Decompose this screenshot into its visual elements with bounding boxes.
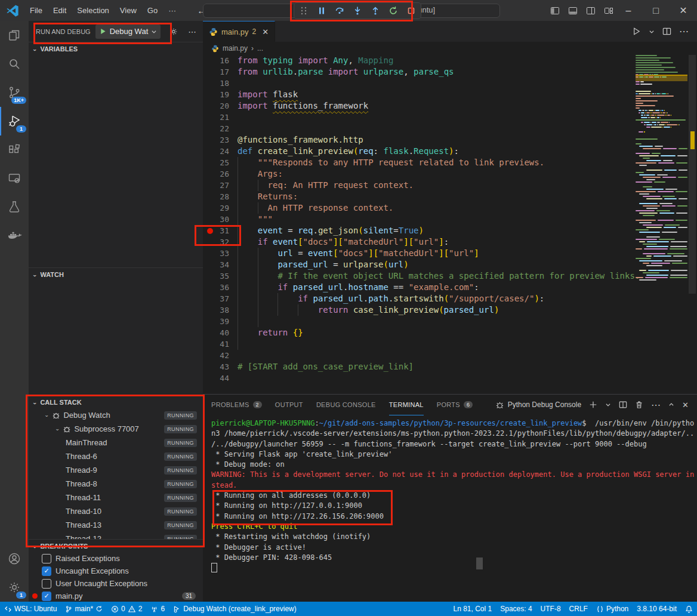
code-line[interactable]: 32 if event["docs"]["matchedUrl"]["url"]… xyxy=(203,236,636,248)
panel-more-actions-icon[interactable]: ⋯ xyxy=(651,399,661,411)
code-line[interactable]: 18 xyxy=(203,78,636,89)
code-line[interactable]: 42 xyxy=(203,350,636,361)
watch-section-header[interactable]: ⌄ WATCH xyxy=(29,267,203,281)
code-line[interactable]: 36 if parsed_url.hostname == "example.co… xyxy=(203,282,636,293)
gutter[interactable]: 19 xyxy=(203,89,238,100)
settings-gear-icon[interactable]: 1 xyxy=(0,573,29,602)
gutter[interactable]: 26 xyxy=(203,168,238,180)
menu-edit[interactable]: Edit xyxy=(48,4,72,18)
problems-item[interactable]: 0 2 xyxy=(107,602,146,616)
code-line[interactable]: 43# [START add_ons_case_preview_link] xyxy=(203,361,636,372)
customize-layout-icon[interactable] xyxy=(604,6,613,16)
gutter[interactable]: 29 xyxy=(203,202,238,214)
code-line[interactable]: 22 xyxy=(203,123,636,134)
gutter[interactable]: 40 xyxy=(203,327,238,338)
close-window-icon[interactable]: ✕ xyxy=(670,0,697,21)
callstack-row[interactable]: Thread-11RUNNING xyxy=(29,491,203,504)
panel-tab-debug-console[interactable]: DEBUG CONSOLE xyxy=(316,395,376,415)
gutter[interactable]: 36 xyxy=(203,282,238,293)
run-dropdown-chevron-icon[interactable] xyxy=(649,29,655,35)
menu-go[interactable]: Go xyxy=(142,4,163,18)
indentation[interactable]: Spaces: 4 xyxy=(496,602,536,616)
gutter[interactable]: 30 xyxy=(203,214,238,225)
gutter[interactable]: 34 xyxy=(203,259,238,270)
terminal-output[interactable]: pierrick@LAPTOP-HKU5PNNG:~/git/add-ons-s… xyxy=(211,418,692,574)
menu-file[interactable]: File xyxy=(24,4,48,18)
start-debug-icon[interactable] xyxy=(99,27,107,35)
callstack-row[interactable]: Thread-13RUNNING xyxy=(29,518,203,532)
close-panel-icon[interactable]: ✕ xyxy=(682,401,689,409)
code-line[interactable]: 17from urllib.parse import urlparse, par… xyxy=(203,66,636,78)
step-over-icon[interactable] xyxy=(335,6,344,16)
callstack-section-header[interactable]: ⌄ CALL STACK xyxy=(29,395,203,409)
breakpoint-dot[interactable] xyxy=(207,228,213,234)
gutter[interactable]: 38 xyxy=(203,304,238,316)
new-terminal-icon[interactable] xyxy=(589,401,597,409)
encoding[interactable]: UTF-8 xyxy=(536,602,565,616)
code-line[interactable]: 27 req: An HTTP request context. xyxy=(203,180,636,191)
menu-[interactable]: ··· xyxy=(163,4,181,18)
gutter[interactable]: 37 xyxy=(203,293,238,304)
code-line[interactable]: 34 parsed_url = urlparse(url) xyxy=(203,259,636,270)
panel-tab-ports[interactable]: PORTS6 xyxy=(437,395,473,415)
notifications-bell-icon[interactable] xyxy=(681,602,697,616)
gutter[interactable]: 20 xyxy=(203,100,238,112)
gutter[interactable]: 35 xyxy=(203,270,238,282)
breakpoint-checkbox[interactable]: ✓ xyxy=(42,592,51,601)
split-editor-icon[interactable] xyxy=(662,27,671,36)
debug-settings-gear-icon[interactable] xyxy=(169,27,178,36)
terminal-instance-label[interactable]: Python Debug Console xyxy=(495,401,581,409)
code-line[interactable]: 28 Returns: xyxy=(203,191,636,202)
step-into-icon[interactable] xyxy=(353,6,362,16)
code-line[interactable]: 38 return case_link_preview(parsed_url) xyxy=(203,304,636,316)
sidebar-item-explorer[interactable] xyxy=(0,21,29,50)
editor-more-actions-icon[interactable]: ⋯ xyxy=(679,26,689,37)
gutter[interactable]: 21 xyxy=(203,112,238,123)
gutter[interactable]: 17 xyxy=(203,66,238,78)
breadcrumb-file[interactable]: main.py xyxy=(223,44,248,53)
tab-close-icon[interactable]: ✕ xyxy=(262,27,269,36)
code-line[interactable]: 33 url = event["docs"]["matchedUrl"]["ur… xyxy=(203,248,636,259)
callstack-row[interactable]: ⌄Debug WatchRUNNING xyxy=(29,408,203,422)
gutter[interactable]: 25 xyxy=(203,157,238,168)
restart-icon[interactable] xyxy=(388,6,398,16)
gutter[interactable]: 22 xyxy=(203,123,238,134)
split-terminal-icon[interactable] xyxy=(619,401,627,409)
panel-tab-output[interactable]: OUTPUT xyxy=(275,395,303,415)
code-line[interactable]: 37 if parsed_url.path.startswith("/suppo… xyxy=(203,293,636,304)
panel-tab-terminal[interactable]: TERMINAL xyxy=(389,395,424,415)
code-line[interactable]: 23@functions_framework.http xyxy=(203,134,636,146)
gutter[interactable]: 18 xyxy=(203,78,238,89)
breakpoint-row[interactable]: ✓main.py31 xyxy=(29,590,203,602)
maximize-icon[interactable]: □ xyxy=(642,0,670,21)
kill-terminal-trash-icon[interactable] xyxy=(635,401,643,409)
language-mode[interactable]: Python xyxy=(592,602,633,616)
breakpoint-checkbox[interactable] xyxy=(42,579,51,589)
gutter[interactable]: 16 xyxy=(203,55,238,66)
panel-tab-problems[interactable]: PROBLEMS2 xyxy=(211,395,262,415)
toggle-secondary-sidebar-icon[interactable] xyxy=(586,6,596,16)
code-line[interactable]: 26 Args: xyxy=(203,168,636,180)
callstack-row[interactable]: Thread-6RUNNING xyxy=(29,449,203,463)
breakpoint-row[interactable]: User Uncaught Exceptions xyxy=(29,577,203,590)
callstack-row[interactable]: MainThreadRUNNING xyxy=(29,436,203,449)
gutter[interactable]: 24 xyxy=(203,146,238,157)
code-line[interactable]: 40 return {} xyxy=(203,327,636,338)
stop-icon[interactable] xyxy=(406,6,416,16)
gutter[interactable]: 23 xyxy=(203,134,238,146)
pause-icon[interactable] xyxy=(317,6,326,16)
breadcrumb-tail[interactable]: ... xyxy=(257,44,263,53)
step-out-icon[interactable] xyxy=(371,6,380,16)
accounts-icon[interactable] xyxy=(0,544,29,573)
sidebar-item-docker[interactable] xyxy=(0,221,29,250)
remote-indicator[interactable]: WSL: Ubuntu xyxy=(0,602,61,616)
sidebar-more-actions-icon[interactable]: ⋯ xyxy=(188,27,197,36)
toolbar-grip-icon[interactable] xyxy=(299,6,309,16)
breakpoint-row[interactable]: Raised Exceptions xyxy=(29,552,203,565)
callstack-row[interactable]: ⌄Subprocess 77007RUNNING xyxy=(29,422,203,436)
code-line[interactable]: 25 """Responds to any HTTP request relat… xyxy=(203,157,636,168)
minimap[interactable] xyxy=(636,55,687,393)
gutter[interactable]: 43 xyxy=(203,361,238,372)
python-interpreter[interactable]: 3.8.10 64-bit xyxy=(633,602,681,616)
minimize-icon[interactable]: – xyxy=(615,0,642,21)
